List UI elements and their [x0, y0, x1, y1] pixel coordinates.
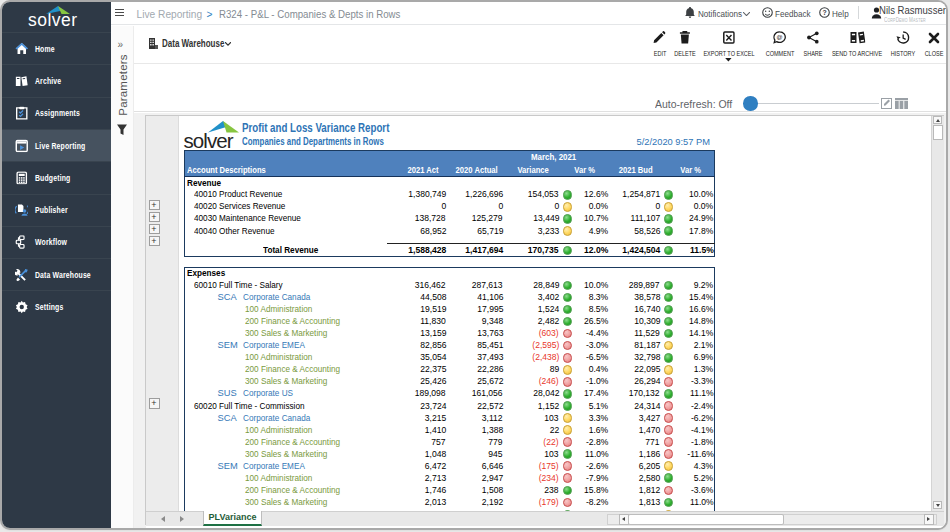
svg-text:?: ?	[822, 8, 826, 15]
svg-text:solver: solver	[28, 10, 78, 30]
svg-text:@: @	[777, 34, 783, 40]
